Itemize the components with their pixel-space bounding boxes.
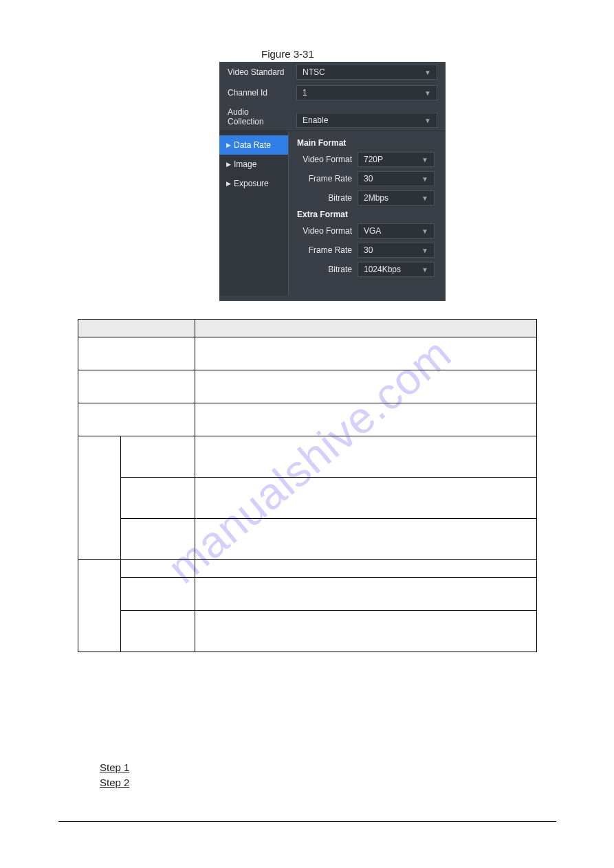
table-cell <box>121 560 195 578</box>
table-cell <box>195 403 537 436</box>
extra-format-title: Extra Format <box>297 210 439 219</box>
parameter-table <box>78 319 537 652</box>
video-standard-label: Video Standard <box>228 66 296 78</box>
main-bitrate-label: Bitrate <box>296 193 358 203</box>
main-video-format-label: Video Format <box>296 155 358 164</box>
table-cell <box>195 337 537 370</box>
video-standard-select[interactable]: NTSC ▼ <box>296 65 437 80</box>
chevron-down-icon: ▼ <box>421 175 428 183</box>
extra-bitrate-value: 1024Kbps <box>364 265 401 274</box>
audio-collection-select[interactable]: Enable ▼ <box>296 113 437 128</box>
triangle-right-icon: ▶ <box>226 161 231 168</box>
extra-video-format-select[interactable]: VGA ▼ <box>358 223 435 238</box>
table-header-1 <box>78 320 195 337</box>
audio-collection-label: Audio Collection <box>228 106 296 128</box>
table-cell <box>78 337 195 370</box>
table-cell <box>195 370 537 403</box>
channel-id-label: Channel Id <box>228 87 296 99</box>
extra-frame-rate-select[interactable]: 30 ▼ <box>358 243 435 258</box>
chevron-down-icon: ▼ <box>424 69 431 76</box>
extra-frame-rate-value: 30 <box>364 245 373 255</box>
chevron-down-icon: ▼ <box>421 266 428 274</box>
table-cell <box>195 560 537 578</box>
table-cell <box>195 611 537 652</box>
extra-video-format-value: VGA <box>364 226 381 236</box>
chevron-down-icon: ▼ <box>421 247 428 254</box>
panel-sidebar: ▶ Data Rate ▶ Image ▶ Exposure <box>219 131 288 296</box>
main-bitrate-select[interactable]: 2Mbps ▼ <box>358 190 435 205</box>
config-panel: Video Standard NTSC ▼ Channel Id 1 ▼ Aud… <box>219 62 446 301</box>
step-1-heading: Step 1 <box>100 761 129 773</box>
horizontal-rule <box>58 821 556 822</box>
table-cell <box>121 578 195 611</box>
extra-bitrate-select[interactable]: 1024Kbps ▼ <box>358 262 435 277</box>
table-cell <box>78 436 121 560</box>
chevron-down-icon: ▼ <box>424 89 431 97</box>
main-video-format-value: 720P <box>364 155 383 164</box>
step-2-heading: Step 2 <box>100 777 129 788</box>
table-cell <box>121 611 195 652</box>
audio-collection-value: Enable <box>303 115 328 125</box>
chevron-down-icon: ▼ <box>421 194 428 202</box>
main-format-title: Main Format <box>297 138 439 148</box>
figure-caption: Figure 3-31 <box>261 48 314 60</box>
main-bitrate-value: 2Mbps <box>364 193 388 203</box>
main-frame-rate-label: Frame Rate <box>296 174 358 183</box>
table-cell <box>195 519 537 560</box>
chevron-down-icon: ▼ <box>424 117 431 124</box>
table-cell <box>121 519 195 560</box>
table-cell <box>195 436 537 478</box>
table-header-2 <box>195 320 537 337</box>
audio-collection-label-line2: Collection <box>228 117 296 126</box>
triangle-right-icon: ▶ <box>226 180 231 187</box>
extra-video-format-label: Video Format <box>296 226 358 236</box>
channel-id-select[interactable]: 1 ▼ <box>296 85 437 100</box>
main-frame-rate-value: 30 <box>364 174 373 183</box>
sidebar-item-data-rate[interactable]: ▶ Data Rate <box>219 135 288 155</box>
audio-collection-label-line1: Audio <box>228 107 296 117</box>
triangle-right-icon: ▶ <box>226 142 231 148</box>
table-cell <box>78 370 195 403</box>
table-cell <box>121 436 195 478</box>
sidebar-item-label: Exposure <box>234 179 269 188</box>
chevron-down-icon: ▼ <box>421 156 428 164</box>
video-standard-value: NTSC <box>303 67 325 77</box>
table-cell <box>78 403 195 436</box>
sidebar-item-image[interactable]: ▶ Image <box>219 155 288 174</box>
main-video-format-select[interactable]: 720P ▼ <box>358 152 435 167</box>
chevron-down-icon: ▼ <box>421 227 428 235</box>
sidebar-item-label: Data Rate <box>234 140 271 150</box>
sidebar-item-exposure[interactable]: ▶ Exposure <box>219 174 288 193</box>
main-frame-rate-select[interactable]: 30 ▼ <box>358 171 435 186</box>
table-cell <box>78 560 121 652</box>
table-cell <box>195 478 537 519</box>
panel-content: Main Format Video Format 720P ▼ Frame Ra… <box>288 131 446 296</box>
channel-id-value: 1 <box>303 88 307 98</box>
table-cell <box>121 478 195 519</box>
extra-frame-rate-label: Frame Rate <box>296 245 358 255</box>
table-cell <box>195 578 537 611</box>
sidebar-item-label: Image <box>234 159 256 169</box>
extra-bitrate-label: Bitrate <box>296 265 358 274</box>
